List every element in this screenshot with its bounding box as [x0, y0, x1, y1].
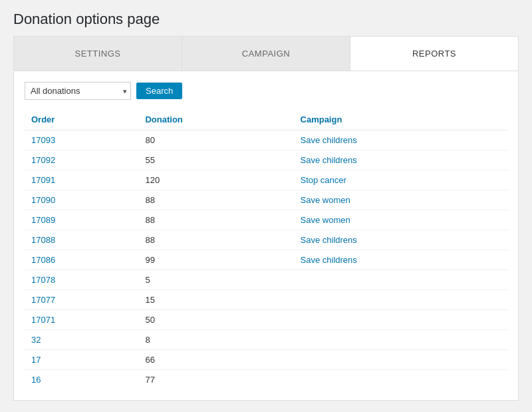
- table-row: 170785: [25, 270, 507, 290]
- cell-donation: 50: [138, 310, 293, 330]
- cell-donation: 88: [138, 230, 293, 250]
- order-link[interactable]: 17: [31, 355, 41, 365]
- campaign-link[interactable]: Save childrens: [301, 135, 357, 145]
- table-row: 1677: [25, 370, 507, 390]
- table-row: 1707715: [25, 290, 507, 310]
- page-title: Donation options page: [13, 11, 519, 28]
- cell-order: 17093: [25, 130, 138, 150]
- cell-donation: 88: [138, 210, 293, 230]
- table-header-row: Order Donation Campaign: [25, 109, 507, 130]
- order-link[interactable]: 17090: [31, 195, 55, 205]
- tab-reports[interactable]: REPORTS: [350, 37, 518, 71]
- col-donation: Donation: [138, 109, 293, 130]
- cell-donation: 55: [138, 150, 293, 170]
- order-link[interactable]: 17078: [31, 275, 55, 285]
- order-link[interactable]: 17088: [31, 235, 55, 245]
- cell-donation: 77: [138, 370, 293, 390]
- tabs-bar: SETTINGS CAMPAIGN REPORTS: [13, 36, 519, 71]
- campaign-link[interactable]: Save childrens: [301, 255, 357, 265]
- table-row: 1766: [25, 350, 507, 370]
- table-row: 1708699Save childrens: [25, 250, 507, 270]
- campaign-link[interactable]: Save women: [301, 215, 350, 225]
- col-campaign: Campaign: [294, 109, 507, 130]
- cell-donation: 66: [138, 350, 293, 370]
- table-row: 1709088Save women: [25, 190, 507, 210]
- campaign-link[interactable]: Stop cancer: [301, 175, 346, 185]
- cell-campaign: Save women: [294, 210, 507, 230]
- order-link[interactable]: 17077: [31, 295, 55, 305]
- cell-campaign: [294, 330, 507, 350]
- cell-donation: 5: [138, 270, 293, 290]
- cell-campaign: [294, 270, 507, 290]
- campaign-link[interactable]: Save childrens: [301, 235, 357, 245]
- cell-order: 17078: [25, 270, 138, 290]
- cell-campaign: [294, 290, 507, 310]
- filter-bar: All donations With campaign Without camp…: [25, 82, 507, 100]
- table-row: 1707150: [25, 310, 507, 330]
- order-link[interactable]: 17089: [31, 215, 55, 225]
- cell-campaign: Save childrens: [294, 230, 507, 250]
- order-link[interactable]: 17092: [31, 155, 55, 165]
- cell-donation: 88: [138, 190, 293, 210]
- table-row: 328: [25, 330, 507, 350]
- cell-campaign: Save childrens: [294, 130, 507, 150]
- cell-order: 17088: [25, 230, 138, 250]
- order-link[interactable]: 17086: [31, 255, 55, 265]
- order-link[interactable]: 17071: [31, 315, 55, 325]
- campaign-link[interactable]: Save women: [301, 195, 350, 205]
- cell-donation: 15: [138, 290, 293, 310]
- table-row: 1709255Save childrens: [25, 150, 507, 170]
- cell-order: 17086: [25, 250, 138, 270]
- donations-table: Order Donation Campaign 1709380Save chil…: [25, 109, 507, 389]
- cell-order: 16: [25, 370, 138, 390]
- tab-campaign[interactable]: CAMPAIGN: [182, 37, 350, 71]
- table-row: 17091120Stop cancer: [25, 170, 507, 190]
- cell-campaign: [294, 370, 507, 390]
- select-wrapper: All donations With campaign Without camp…: [25, 82, 131, 100]
- table-header: Order Donation Campaign: [25, 109, 507, 130]
- table-body: 1709380Save childrens1709255Save childre…: [25, 130, 507, 390]
- cell-donation: 120: [138, 170, 293, 190]
- cell-donation: 80: [138, 130, 293, 150]
- cell-order: 32: [25, 330, 138, 350]
- page-wrapper: Donation options page SETTINGS CAMPAIGN …: [0, 0, 532, 411]
- main-content: All donations With campaign Without camp…: [13, 71, 519, 401]
- search-button[interactable]: Search: [136, 83, 182, 99]
- donation-filter-select[interactable]: All donations With campaign Without camp…: [25, 82, 131, 100]
- campaign-link[interactable]: Save childrens: [301, 155, 357, 165]
- cell-campaign: [294, 310, 507, 330]
- cell-order: 17077: [25, 290, 138, 310]
- order-link[interactable]: 32: [31, 335, 41, 345]
- table-row: 1708988Save women: [25, 210, 507, 230]
- cell-campaign: Save women: [294, 190, 507, 210]
- cell-campaign: Save childrens: [294, 150, 507, 170]
- table-row: 1708888Save childrens: [25, 230, 507, 250]
- order-link[interactable]: 17093: [31, 135, 55, 145]
- order-link[interactable]: 17091: [31, 175, 55, 185]
- cell-donation: 8: [138, 330, 293, 350]
- cell-order: 17: [25, 350, 138, 370]
- cell-donation: 99: [138, 250, 293, 270]
- cell-campaign: [294, 350, 507, 370]
- order-link[interactable]: 16: [31, 375, 41, 385]
- table-row: 1709380Save childrens: [25, 130, 507, 150]
- cell-campaign: Stop cancer: [294, 170, 507, 190]
- cell-order: 17071: [25, 310, 138, 330]
- tab-settings[interactable]: SETTINGS: [14, 37, 182, 71]
- cell-order: 17089: [25, 210, 138, 230]
- cell-order: 17090: [25, 190, 138, 210]
- cell-order: 17092: [25, 150, 138, 170]
- col-order: Order: [25, 109, 138, 130]
- cell-campaign: Save childrens: [294, 250, 507, 270]
- cell-order: 17091: [25, 170, 138, 190]
